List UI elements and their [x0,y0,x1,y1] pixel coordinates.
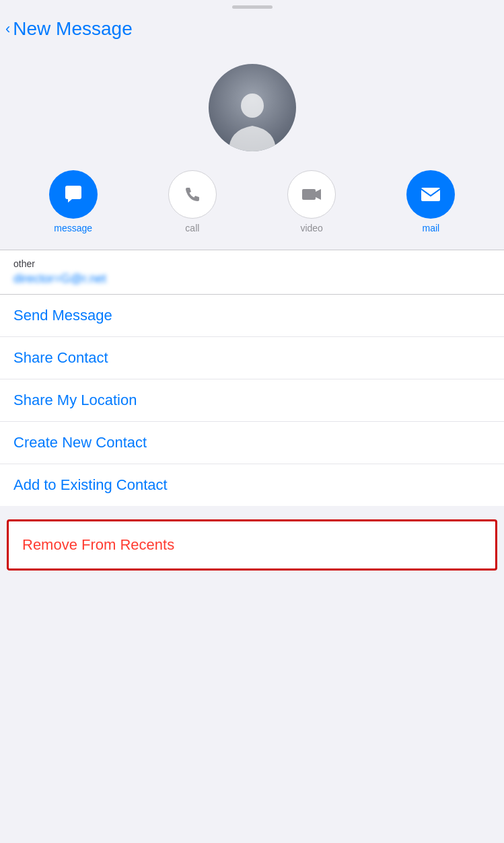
mail-button[interactable] [406,170,455,219]
phone-icon [182,184,203,205]
message-button[interactable] [49,170,98,219]
video-camera-icon [300,183,323,206]
envelope-icon [419,183,442,206]
action-video[interactable]: video [285,170,338,233]
share-location-item[interactable]: Share My Location [0,379,504,422]
action-row: message call video [0,170,504,250]
remove-recents-section: Remove From Recents [7,519,497,571]
mail-label: mail [423,223,440,233]
avatar-section [0,50,504,170]
send-message-item[interactable]: Send Message [0,295,504,337]
avatar-silhouette-icon [225,91,279,151]
message-bubble-icon [61,182,85,207]
video-button[interactable] [287,170,336,219]
call-button[interactable] [168,170,217,219]
action-call[interactable]: call [166,170,219,233]
contact-email: director=G@r.net [13,272,491,286]
drag-handle-bar [232,5,273,9]
action-message[interactable]: message [46,170,100,233]
avatar [209,64,296,151]
menu-list: Send Message Share Contact Share My Loca… [0,295,504,506]
nav-bar: ‹ New Message [0,11,504,50]
svg-rect-1 [302,189,316,200]
contact-info-section: other director=G@r.net [0,250,504,295]
svg-point-0 [241,94,264,118]
call-label: call [185,223,199,233]
add-existing-contact-item[interactable]: Add to Existing Contact [0,464,504,506]
create-contact-item[interactable]: Create New Contact [0,422,504,464]
svg-rect-2 [421,188,440,201]
action-mail[interactable]: mail [404,170,458,233]
drag-handle [0,0,504,11]
contact-info-label: other [13,258,491,269]
share-contact-item[interactable]: Share Contact [0,337,504,379]
remove-recents-button[interactable]: Remove From Recents [9,521,495,569]
video-label: video [300,223,322,233]
nav-title[interactable]: New Message [13,18,132,40]
back-chevron-icon[interactable]: ‹ [5,22,10,36]
message-label: message [54,223,92,233]
